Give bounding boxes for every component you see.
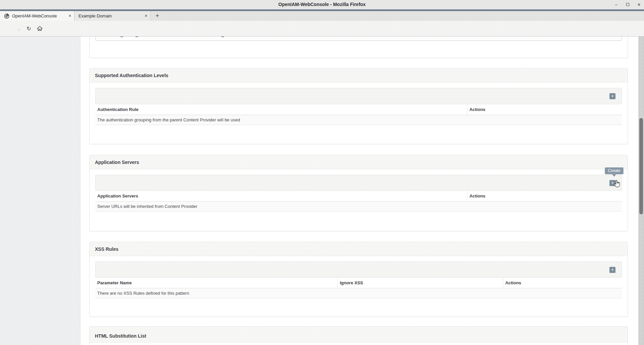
column-header: Ignore XSS	[337, 278, 503, 288]
firefox-window: OpenIAM-WebConsole - Mozilla Firefox – ✕…	[0, 0, 644, 345]
section-header: Application Servers	[90, 155, 628, 169]
maximize-icon[interactable]	[625, 3, 631, 7]
grid-toolbar: +	[95, 175, 622, 191]
tab-close-icon[interactable]: ✕	[143, 14, 150, 18]
openiam-favicon	[4, 13, 9, 19]
mouse-cursor	[614, 180, 620, 188]
column-header: Actions	[503, 278, 622, 288]
tab-example-domain[interactable]: Example Domain ✕	[75, 11, 151, 21]
grid-toolbar: +	[95, 88, 622, 104]
left-sidebar	[0, 37, 80, 345]
table-row: The authentication grouping from the par…	[95, 115, 622, 125]
create-tooltip: Create	[605, 167, 624, 174]
tab-title: OpenIAM-WebConsole	[12, 13, 66, 18]
scrollbar-thumb[interactable]	[639, 118, 643, 214]
table-row: There are no XSS Rules defined for this …	[95, 288, 622, 298]
section-title: HTML Substitution List	[95, 333, 146, 339]
table-header: Parameter Name Ignore XSS Actions	[95, 278, 622, 288]
section-title: Application Servers	[95, 160, 139, 165]
column-header: Actions	[467, 191, 622, 201]
column-header: Application Servers	[95, 191, 467, 201]
column-header: Actions	[467, 104, 622, 115]
close-icon[interactable]: ✕	[636, 2, 642, 7]
text-remnant	[136, 36, 138, 37]
navigation-toolbar: ← → ↻ i vm.openiam.com/webconsole/menu/C…	[0, 21, 644, 37]
section-header: XSS Rules	[90, 242, 628, 256]
text-remnant	[221, 36, 224, 37]
table-header: Application Servers Actions	[95, 191, 622, 202]
section-supported-authentication-levels: Supported Authentication Levels + Authen…	[89, 68, 628, 144]
forward-icon[interactable]: →	[15, 21, 23, 36]
cut-off-table	[95, 36, 622, 41]
add-xss-rule-icon[interactable]: +	[609, 267, 615, 273]
section-html-substitution-list: HTML Substitution List	[89, 326, 628, 345]
table-row: Server URLs will be inherited from Conte…	[95, 202, 622, 212]
application-servers-table: Application Servers Actions Server URLs …	[95, 191, 622, 212]
authentication-levels-table: Authentication Rule Actions The authenti…	[95, 104, 622, 125]
scrollbar-track[interactable]	[638, 37, 644, 345]
xss-rules-table: Parameter Name Ignore XSS Actions There …	[95, 278, 622, 298]
section-xss-rules: XSS Rules + Parameter Name Ignore XSS Ac…	[89, 242, 628, 317]
grid-toolbar: +	[95, 262, 622, 278]
table-header: Authentication Rule Actions	[95, 104, 622, 115]
tooltip-arrow	[612, 174, 616, 177]
section-application-servers: Application Servers Create + Application…	[89, 155, 628, 231]
tab-openiam-webconsole[interactable]: OpenIAM-WebConsole ✕	[0, 11, 74, 21]
section-title: Supported Authentication Levels	[95, 73, 168, 78]
minimize-icon[interactable]: –	[613, 2, 619, 7]
column-header: Parameter Name	[95, 278, 337, 288]
partial-card-top	[89, 37, 628, 58]
add-authentication-level-icon[interactable]: +	[609, 93, 615, 99]
window-title: OpenIAM-WebConsole - Mozilla Firefox	[0, 2, 644, 7]
tab-strip: OpenIAM-WebConsole ✕ Example Domain ✕ +	[0, 11, 644, 21]
tab-title: Example Domain	[78, 13, 143, 18]
text-remnant	[120, 36, 123, 37]
reload-icon[interactable]: ↻	[25, 21, 33, 36]
new-tab-icon[interactable]: +	[153, 12, 162, 20]
section-header: HTML Substitution List	[90, 327, 628, 343]
section-header: Supported Authentication Levels	[90, 68, 628, 82]
tab-close-icon[interactable]: ✕	[66, 14, 74, 18]
home-icon[interactable]	[36, 21, 44, 36]
titlebar: OpenIAM-WebConsole - Mozilla Firefox – ✕	[0, 0, 644, 9]
page-content: Supported Authentication Levels + Authen…	[0, 37, 644, 345]
section-title: XSS Rules	[95, 246, 118, 252]
column-header: Authentication Rule	[95, 104, 467, 115]
